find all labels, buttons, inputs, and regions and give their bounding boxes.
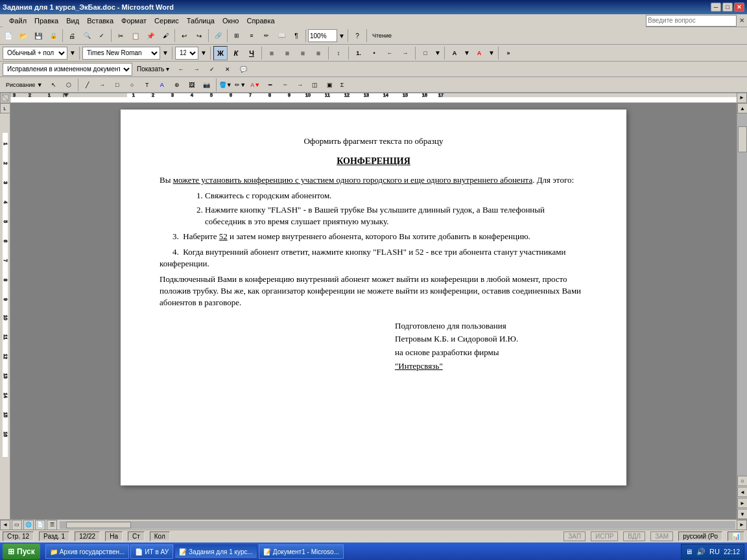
menu-view[interactable]: Вид <box>62 16 83 26</box>
permission-button[interactable]: 🔒 <box>46 29 60 43</box>
outside-border-button[interactable]: □ <box>418 46 433 60</box>
reject-change-button[interactable]: ✕ <box>220 62 235 76</box>
bold-button[interactable]: Ж <box>213 46 228 60</box>
accept-change-button[interactable]: ✓ <box>205 62 219 76</box>
align-justify-button[interactable]: ≡ <box>311 46 326 60</box>
menu-edit[interactable]: Правка <box>30 16 62 26</box>
increase-indent-button[interactable]: → <box>398 46 412 60</box>
track-select[interactable]: Исправления в измененном документе <box>3 63 132 76</box>
menu-format[interactable]: Формат <box>117 16 150 26</box>
scroll-down-button[interactable]: ▼ <box>737 509 747 519</box>
docmap-button[interactable]: 📖 <box>274 29 289 43</box>
next-page-button[interactable]: ► <box>737 498 747 508</box>
style-dropdown[interactable]: ▼ <box>69 46 77 60</box>
textbox-button[interactable]: T <box>140 78 154 92</box>
cut-button[interactable]: ✂ <box>113 29 128 43</box>
undo-button[interactable]: ↩ <box>177 29 191 43</box>
columns-button[interactable]: ≡ <box>244 29 259 43</box>
select-browse-button[interactable]: ○ <box>737 476 747 486</box>
new-button[interactable]: 📄 <box>1 29 16 43</box>
ruler-right-btn[interactable]: ► <box>737 93 747 103</box>
picture-button[interactable]: 📷 <box>200 78 214 92</box>
font-color-dropdown[interactable]: ▼ <box>488 46 495 60</box>
bullets-button[interactable]: • <box>367 46 381 60</box>
hyperlink-button[interactable]: 🔗 <box>211 29 225 43</box>
minimize-button[interactable]: ─ <box>711 3 721 12</box>
wordart-button[interactable]: A <box>155 78 169 92</box>
border-dropdown[interactable]: ▼ <box>434 46 442 60</box>
font-color-button[interactable]: A <box>472 46 486 60</box>
help-button[interactable]: ? <box>350 29 364 43</box>
scroll-thumb[interactable] <box>738 126 747 152</box>
prev-page-button[interactable]: ◄ <box>737 487 747 497</box>
insert-comment-button[interactable]: 💬 <box>236 62 250 76</box>
spell-button[interactable]: ✓ <box>95 29 109 43</box>
h-scroll-track[interactable] <box>60 521 735 529</box>
redo-button[interactable]: ↪ <box>192 29 206 43</box>
select-button[interactable]: ↖ <box>47 78 61 92</box>
dash-style-btn[interactable]: ╌ <box>278 78 292 92</box>
autoshape-button[interactable]: ⬡ <box>62 78 76 92</box>
fill-color-btn[interactable]: 🪣▼ <box>219 78 233 92</box>
web-view-button[interactable]: 🌐 <box>23 520 34 530</box>
ruler-corner[interactable] <box>0 93 10 103</box>
print-preview-button[interactable]: 🔍 <box>80 29 94 43</box>
taskbar-item-3[interactable]: 📝 Задания для 1 курс... <box>174 544 257 559</box>
rect-button[interactable]: □ <box>110 78 124 92</box>
taskbar-item-2[interactable]: 📄 ИТ в АУ <box>130 544 173 559</box>
outline-view-button[interactable]: ☰ <box>47 520 57 530</box>
reading-button[interactable]: Чтение <box>369 29 395 43</box>
menu-file[interactable]: Файл <box>5 16 30 26</box>
taskbar-item-4[interactable]: 📝 Документ1 - Microsо... <box>259 544 344 559</box>
print-view-button[interactable]: 📄 <box>35 520 45 530</box>
3d-btn[interactable]: ▣ <box>323 78 337 92</box>
show-markup-button[interactable]: Показать ▾ <box>134 62 172 76</box>
track-btn1[interactable]: ← <box>174 62 188 76</box>
copy-button[interactable]: 📋 <box>128 29 143 43</box>
menu-insert[interactable]: Вставка <box>83 16 117 26</box>
h-scroll-left-button[interactable]: ◄ <box>0 520 10 530</box>
h-scroll-right-button[interactable]: ► <box>737 520 747 530</box>
italic-button[interactable]: К <box>229 46 243 60</box>
oval-button[interactable]: ○ <box>125 78 139 92</box>
underline-button[interactable]: Ч <box>244 46 259 60</box>
zoom-input[interactable]: 100% <box>308 29 337 42</box>
drawing-button[interactable]: ✏ <box>259 29 274 43</box>
line-style-btn[interactable]: ━ <box>263 78 278 92</box>
line-button[interactable]: ╱ <box>80 78 95 92</box>
draw-menu-button[interactable]: Рисование ▼ <box>3 78 46 92</box>
format-paint-button[interactable]: 🖌 <box>158 29 172 43</box>
diagram-button[interactable]: ⊕ <box>170 78 184 92</box>
save-button[interactable]: 💾 <box>31 29 45 43</box>
line-spacing-button[interactable]: ↕ <box>331 46 346 60</box>
menu-window[interactable]: Окно <box>219 16 243 26</box>
track-btn2[interactable]: → <box>189 62 204 76</box>
maximize-button[interactable]: □ <box>722 3 733 12</box>
show-hide-button[interactable]: ¶ <box>289 29 303 43</box>
more-button[interactable]: » <box>501 46 516 60</box>
align-left-button[interactable]: ≡ <box>265 46 279 60</box>
align-right-button[interactable]: ≡ <box>296 46 310 60</box>
clipart-button[interactable]: 🖼 <box>185 78 199 92</box>
normal-view-button[interactable]: ▭ <box>12 520 22 530</box>
zoom-dropdown[interactable]: ▼ <box>338 29 346 43</box>
arrow-style-btn[interactable]: → <box>293 78 307 92</box>
font-dropdown[interactable]: ▼ <box>161 46 169 60</box>
document-scroll-area[interactable]: Оформить фрагмент текста по образцу КОНФ… <box>10 103 737 519</box>
table-button[interactable]: ⊞ <box>230 29 244 43</box>
style-select[interactable]: Обычный + пол <box>3 47 67 60</box>
search-close-icon[interactable]: ✕ <box>739 17 744 24</box>
close-button[interactable]: ✕ <box>734 3 744 12</box>
menu-tools[interactable]: Сервис <box>150 16 183 26</box>
font-color-btn2[interactable]: A▼ <box>248 78 263 92</box>
align-center-button[interactable]: ≡ <box>280 46 294 60</box>
shadow-btn[interactable]: ◫ <box>308 78 322 92</box>
open-button[interactable]: 📂 <box>16 29 30 43</box>
numbering-button[interactable]: 1. <box>351 46 366 60</box>
scroll-track[interactable] <box>737 113 747 476</box>
scroll-up-button[interactable]: ▲ <box>737 103 747 113</box>
start-button[interactable]: ⊞ Пуск <box>3 544 40 559</box>
size-dropdown[interactable]: ▼ <box>200 46 208 60</box>
highlight-button[interactable]: A <box>447 46 462 60</box>
font-select[interactable]: Times New Roman <box>82 47 160 60</box>
